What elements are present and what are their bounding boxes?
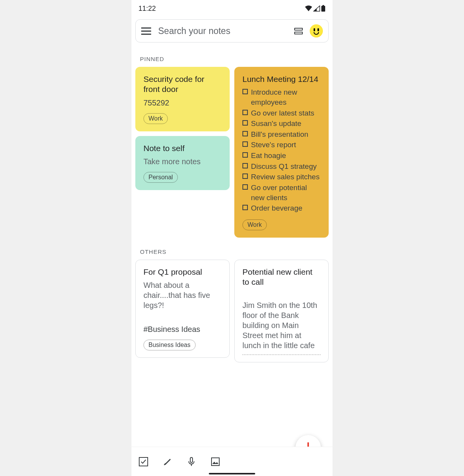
- checkbox-icon[interactable]: [242, 131, 248, 136]
- checklist: Introduce new employees Go over latest s…: [242, 87, 321, 213]
- svg-rect-7: [139, 457, 148, 466]
- divider: [242, 354, 321, 355]
- checkbox-icon[interactable]: [242, 205, 248, 210]
- note-body: Take more notes: [143, 156, 222, 167]
- svg-rect-9: [212, 458, 219, 466]
- checklist-item[interactable]: Introduce new employees: [242, 87, 321, 107]
- checklist-item[interactable]: Order beverage: [242, 203, 321, 213]
- brush-icon[interactable]: [162, 457, 172, 467]
- search-bar[interactable]: Search your notes: [135, 19, 329, 42]
- image-icon[interactable]: [210, 457, 220, 467]
- checklist-item[interactable]: Review sales pitches: [242, 172, 321, 182]
- section-others-label: OTHERS: [131, 238, 333, 260]
- note-body: Jim Smith on the 10th floor of the Bank …: [242, 300, 321, 350]
- checklist-item[interactable]: Eat hoagie: [242, 151, 321, 161]
- app-screen: 11:22 Search your notes PINNED Security …: [131, 0, 333, 476]
- checklist-item[interactable]: Go over latest stats: [242, 108, 321, 118]
- label-chip[interactable]: Business Ideas: [143, 340, 196, 350]
- bottom-toolbar: [131, 447, 333, 476]
- pinned-grid: Security code for front door 755292 Work…: [131, 67, 333, 238]
- search-placeholder[interactable]: Search your notes: [158, 26, 287, 36]
- checklist-item[interactable]: Susan's update: [242, 119, 321, 129]
- label-chip[interactable]: Personal: [143, 172, 178, 183]
- checkbox-icon[interactable]: [242, 163, 248, 168]
- note-card[interactable]: Potential new client to call Jim Smith o…: [234, 260, 329, 363]
- checklist-item[interactable]: Steve's report: [242, 140, 321, 150]
- cell-signal-icon: [313, 5, 320, 12]
- svg-rect-1: [322, 5, 324, 6]
- label-chip[interactable]: Work: [242, 219, 267, 230]
- svg-rect-0: [321, 6, 325, 12]
- note-body: 755292: [143, 98, 222, 108]
- checkbox-icon[interactable]: [242, 89, 248, 94]
- note-title: Potential new client to call: [242, 267, 321, 287]
- note-card[interactable]: Lunch Meeting 12/14 Introduce new employ…: [234, 67, 329, 238]
- note-title: Lunch Meeting 12/14: [242, 74, 321, 84]
- checklist-item[interactable]: Bill's presentation: [242, 129, 321, 139]
- checklist-item[interactable]: Go over potential new clients: [242, 183, 321, 202]
- mic-icon[interactable]: [186, 457, 196, 467]
- checkbox-icon[interactable]: [242, 152, 248, 158]
- checkbox-note-icon[interactable]: [138, 457, 148, 467]
- clock: 11:22: [138, 5, 156, 13]
- note-title: Note to self: [143, 143, 222, 153]
- note-title: Security code for front door: [143, 74, 222, 95]
- note-title: For Q1 proposal: [143, 267, 222, 277]
- section-pinned-label: PINNED: [131, 45, 333, 67]
- menu-icon[interactable]: [141, 27, 151, 35]
- checklist-item[interactable]: Discuss Q1 strategy: [242, 162, 321, 172]
- nav-handle[interactable]: [209, 473, 255, 474]
- checkbox-icon[interactable]: [242, 110, 248, 115]
- battery-icon: [321, 5, 326, 12]
- svg-rect-8: [190, 457, 193, 462]
- note-card[interactable]: Security code for front door 755292 Work: [135, 67, 230, 131]
- wifi-icon: [305, 5, 312, 12]
- status-bar: 11:22: [131, 0, 333, 17]
- note-card[interactable]: Note to self Take more notes Personal: [135, 136, 230, 190]
- checkbox-icon[interactable]: [242, 141, 248, 147]
- status-icons: [305, 5, 326, 12]
- others-grid: For Q1 proposal What about a chair....th…: [131, 260, 333, 363]
- search-container: Search your notes: [131, 17, 333, 45]
- account-avatar[interactable]: [310, 24, 323, 37]
- checkbox-icon[interactable]: [242, 120, 248, 126]
- note-card[interactable]: For Q1 proposal What about a chair....th…: [135, 260, 230, 358]
- label-chip[interactable]: Work: [143, 113, 168, 124]
- checkbox-icon[interactable]: [242, 173, 248, 179]
- note-body: What about a chair....that has five legs…: [143, 280, 222, 310]
- checkbox-icon[interactable]: [242, 184, 248, 190]
- note-extra: #Business Ideas: [143, 324, 222, 334]
- view-toggle-icon[interactable]: [294, 28, 303, 34]
